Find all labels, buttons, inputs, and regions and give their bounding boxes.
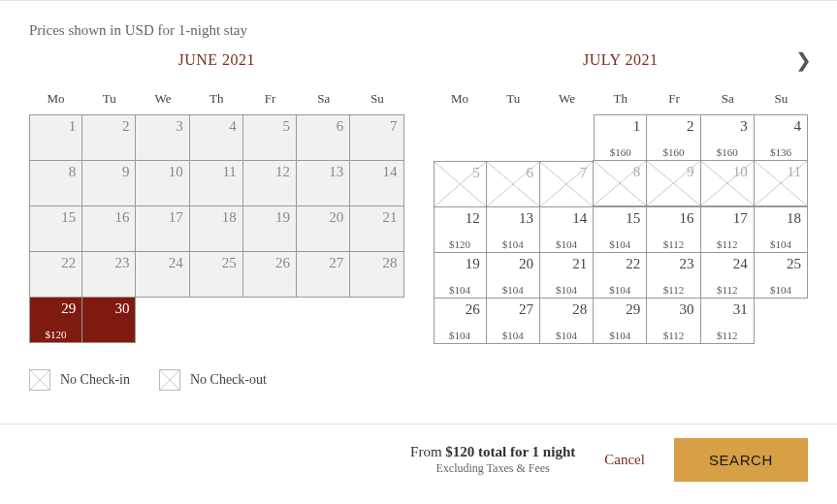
day-number: 1 <box>69 118 77 134</box>
calendar-day[interactable]: 28$104 <box>539 298 594 344</box>
calendar-day[interactable]: 23$112 <box>646 252 700 299</box>
calendar-day[interactable]: 26$104 <box>434 298 487 344</box>
calendar-day[interactable]: 22$104 <box>593 252 647 299</box>
day-price: $104 <box>487 330 539 341</box>
day-price: $104 <box>487 238 539 250</box>
calendar-month: JUNE 2021MoTuWeThFrSaSu12345678910111213… <box>29 47 404 344</box>
calendar-day[interactable]: 29$104 <box>593 298 647 344</box>
calendar-day: 12 <box>242 160 297 206</box>
calendar-day: 25 <box>189 251 243 298</box>
day-of-week: Su <box>350 83 403 114</box>
day-price: $104 <box>435 284 486 296</box>
calendar-day[interactable]: 20$104 <box>486 252 540 299</box>
calendar-day: 18 <box>189 205 243 252</box>
price-summary: From $120 total for 1 night Excluding Ta… <box>410 444 575 476</box>
day-price: $104 <box>540 330 593 341</box>
day-number: 26 <box>275 255 290 270</box>
day-number: 18 <box>222 209 237 225</box>
day-price: $104 <box>755 284 807 296</box>
calendar-day[interactable]: 18$104 <box>754 206 808 253</box>
legend-no-checkin: No Check-in <box>29 369 130 391</box>
day-price: $160 <box>647 146 699 158</box>
calendar-day: 24 <box>135 251 189 298</box>
calendar-day: 22 <box>29 251 82 298</box>
day-number: 24 <box>733 256 748 271</box>
calendar-day[interactable]: 31$112 <box>700 298 755 344</box>
search-button[interactable]: SEARCH <box>674 438 808 482</box>
day-of-week: Tu <box>487 83 540 114</box>
calendar-day: 2 <box>81 114 136 161</box>
price-note: Prices shown in USD for 1-night stay <box>29 22 808 39</box>
calendar-day[interactable]: 25$104 <box>754 252 808 299</box>
day-number: 13 <box>329 164 343 179</box>
calendar-day: 6 <box>296 114 350 161</box>
calendar-day[interactable]: 16$112 <box>646 206 700 253</box>
day-price: $104 <box>540 284 593 296</box>
calendar-day[interactable]: 1$160 <box>594 114 647 161</box>
day-number: 9 <box>687 164 694 179</box>
summary-total: $120 total for 1 night <box>445 444 575 459</box>
day-number: 9 <box>122 164 130 179</box>
day-price: $104 <box>594 330 646 341</box>
cancel-button[interactable]: Cancel <box>604 452 645 468</box>
day-number: 28 <box>572 301 587 317</box>
calendar-day[interactable]: 13$104 <box>486 206 540 253</box>
calendar-day[interactable]: 15$104 <box>593 206 647 253</box>
summary-main: From $120 total for 1 night <box>410 444 575 460</box>
day-number: 16 <box>680 210 694 226</box>
day-number: 14 <box>383 164 398 179</box>
calendar-day[interactable]: 2$160 <box>646 114 700 161</box>
calendar-day: 9 <box>81 160 136 206</box>
calendar-day[interactable]: 17$112 <box>700 206 755 253</box>
day-number: 4 <box>229 118 237 134</box>
month-title: JUNE 2021 <box>177 51 255 69</box>
calendar-month: JULY 2021❯MoTuWeThFrSaSu1$1602$1603$1604… <box>434 47 809 344</box>
calendar-day[interactable]: 24$112 <box>700 252 755 299</box>
day-number: 25 <box>787 256 801 271</box>
day-number: 19 <box>466 256 480 271</box>
calendar-day[interactable]: 30 <box>81 297 136 343</box>
day-number: 29 <box>626 301 640 317</box>
calendar-day[interactable]: 27$104 <box>486 298 540 344</box>
legend-label: No Check-out <box>190 372 267 388</box>
day-price: $104 <box>594 284 646 296</box>
day-number: 15 <box>626 210 640 226</box>
calendar-day: 21 <box>349 205 403 252</box>
calendar-day: 16 <box>81 205 136 252</box>
calendar-day[interactable]: 14$104 <box>539 206 594 253</box>
day-price: $104 <box>540 238 593 250</box>
day-number: 15 <box>61 209 76 225</box>
calendar-day[interactable]: 12$120 <box>434 206 487 253</box>
day-number: 23 <box>114 255 129 270</box>
day-number: 21 <box>572 256 587 271</box>
calendar-day[interactable]: 3$160 <box>700 114 755 161</box>
calendar-empty-cell <box>487 114 540 161</box>
day-number: 24 <box>169 255 183 270</box>
calendar-day: 13 <box>296 160 350 206</box>
calendar-day[interactable]: 30$112 <box>646 298 700 344</box>
calendar-day: 5 <box>242 114 297 161</box>
calendar-day[interactable]: 21$104 <box>539 252 594 299</box>
calendar-day: 9 <box>646 160 700 206</box>
day-number: 30 <box>680 301 694 317</box>
day-number: 6 <box>337 118 344 134</box>
day-price: $112 <box>701 330 754 341</box>
day-number: 21 <box>383 209 398 225</box>
day-number: 22 <box>61 255 76 270</box>
calendar-day[interactable]: 29$120 <box>29 297 82 343</box>
calendar-day[interactable]: 4$136 <box>754 114 808 161</box>
day-number: 2 <box>687 118 694 134</box>
day-number: 27 <box>329 255 343 270</box>
calendar-day: 8 <box>593 160 647 206</box>
calendar-day: 10 <box>135 160 189 206</box>
day-of-week: We <box>540 83 594 114</box>
day-of-week: Sa <box>297 83 350 114</box>
calendar-day[interactable]: 19$104 <box>434 252 487 299</box>
calendar-day: 4 <box>189 114 243 161</box>
next-month-icon[interactable]: ❯ <box>795 48 812 72</box>
day-number: 22 <box>626 256 640 271</box>
summary-from: From <box>410 444 445 459</box>
day-number: 3 <box>740 118 748 134</box>
day-price: $104 <box>435 330 486 341</box>
day-number: 4 <box>794 118 802 134</box>
